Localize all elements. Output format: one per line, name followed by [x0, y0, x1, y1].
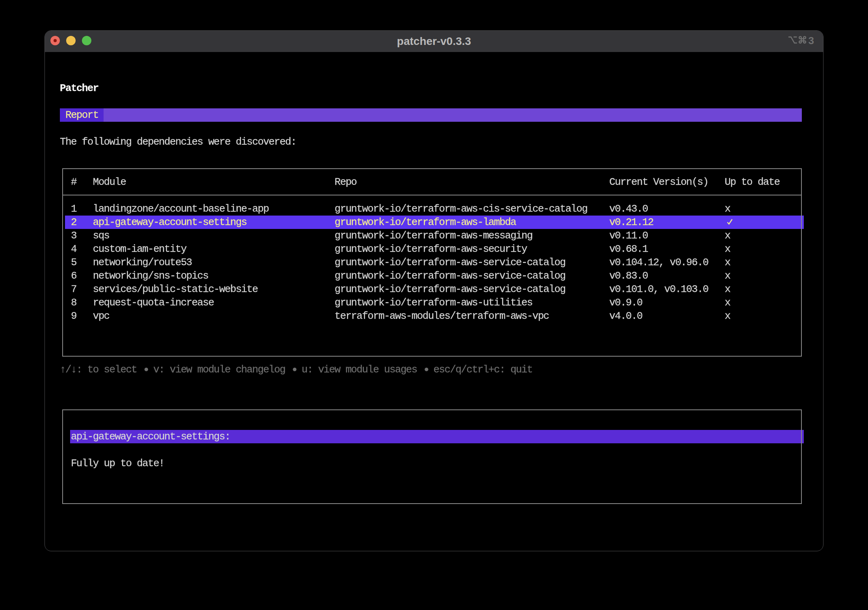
svg-text:3: 3	[809, 36, 814, 46]
